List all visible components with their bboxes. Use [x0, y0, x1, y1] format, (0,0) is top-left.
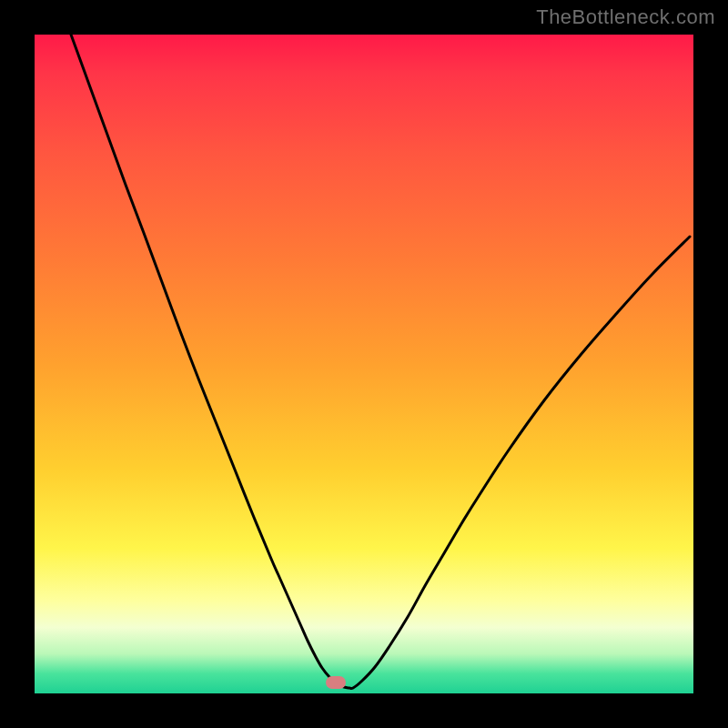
bottleneck-curve — [71, 35, 690, 689]
minimum-marker — [326, 676, 346, 689]
watermark-text: TheBottleneck.com — [536, 5, 715, 29]
curve-svg — [35, 35, 693, 693]
chart-frame: TheBottleneck.com — [0, 0, 728, 728]
plot-area — [35, 35, 693, 693]
